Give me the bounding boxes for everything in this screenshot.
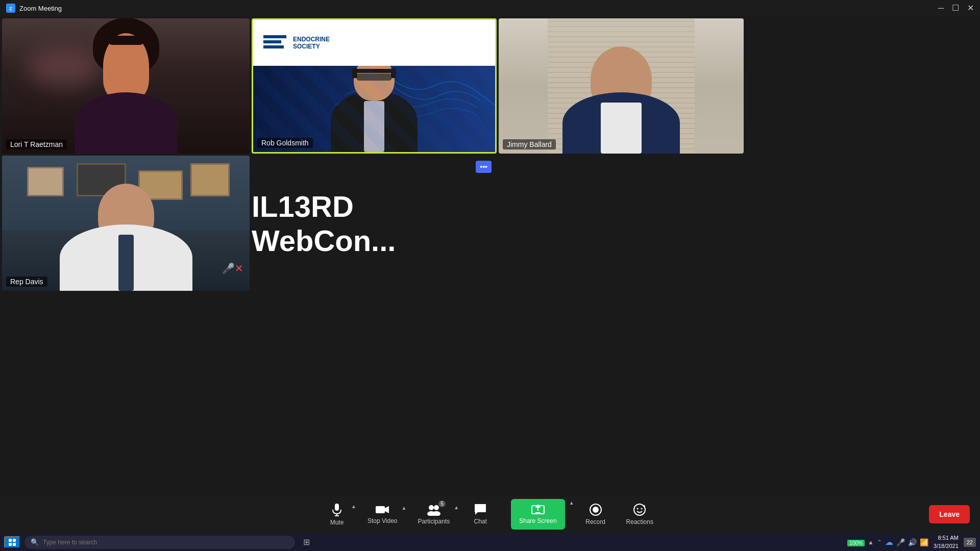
- participant-name-lori: Lori T Raetzman: [6, 139, 67, 149]
- svg-point-24: [641, 508, 643, 509]
- svg-point-11: [429, 505, 434, 510]
- share-screen-arrow-icon: ▲: [569, 500, 574, 506]
- record-button[interactable]: Record: [575, 499, 616, 530]
- svg-rect-2: [263, 35, 286, 38]
- share-screen-inner: Share Screen: [511, 499, 565, 530]
- svg-rect-3: [263, 40, 281, 43]
- taskbar-search[interactable]: 🔍: [24, 536, 295, 549]
- video-cell-rep: 🎤✕ Rep Davis: [2, 156, 250, 291]
- system-tray-icons: 100% ▲ ⌃ ☁ 🎤 🔊 📶: [847, 537, 928, 547]
- svg-point-12: [434, 505, 439, 510]
- endocrine-logo-text: ENDOCRINE SOCIETY: [293, 36, 330, 50]
- webcon-title: IL13RD WebCon...: [252, 189, 497, 258]
- webcon-panel: IL13RD WebCon... •••: [252, 156, 497, 291]
- windows-logo-icon: [9, 539, 16, 546]
- clock: 8:51 AM 3/18/2021: [934, 534, 959, 550]
- endocrine-logo: ENDOCRINE SOCIETY: [263, 33, 330, 53]
- battery-icon: 100%: [847, 538, 865, 546]
- taskbar-right: 100% ▲ ⌃ ☁ 🎤 🔊 📶 8:51 AM 3/18/2021 22: [847, 534, 976, 550]
- endocrine-header: ENDOCRINE SOCIETY: [253, 20, 495, 66]
- video-cell-jimmy: Jimmy Ballard: [499, 18, 744, 154]
- taskbar: 🔍 ⊞ 100% ▲ ⌃ ☁ 🎤 🔊 📶 8:51 AM 3/18/2021 2…: [0, 533, 980, 551]
- chat-icon: [474, 504, 487, 516]
- stop-video-arrow-icon: ▲: [402, 505, 407, 511]
- stop-video-label: Stop Video: [368, 517, 398, 524]
- notification-count[interactable]: 22: [964, 538, 976, 547]
- network-up-icon: ▲: [868, 539, 874, 546]
- expand-tray-icon: ⌃: [877, 539, 882, 546]
- video-grid: Lori T Raetzman ENDOCRINE SOCIETY: [0, 16, 980, 495]
- share-screen-icon: [531, 504, 545, 515]
- participants-arrow-icon: ▲: [454, 505, 459, 510]
- microphone-icon: [331, 503, 342, 517]
- svg-rect-4: [263, 45, 284, 48]
- chat-button[interactable]: Chat: [460, 499, 501, 529]
- wifi-icon: 📶: [920, 538, 928, 546]
- participants-button[interactable]: 5 Participants ▲: [408, 499, 460, 529]
- mute-label: Mute: [330, 519, 344, 526]
- search-icon: 🔍: [31, 538, 39, 546]
- more-options-button[interactable]: •••: [476, 161, 492, 173]
- toolbar: Mute ▲ Stop Video ▲ 5 Particip: [0, 495, 980, 533]
- svg-rect-9: [376, 506, 385, 513]
- record-icon: [589, 503, 602, 516]
- mute-button[interactable]: Mute ▲: [316, 498, 357, 530]
- leave-button[interactable]: Leave: [929, 505, 970, 523]
- app-title: Zoom Meeting: [19, 5, 62, 12]
- task-view-button[interactable]: ⊞: [303, 537, 310, 547]
- reactions-label: Reactions: [626, 518, 653, 525]
- svg-point-23: [637, 508, 639, 509]
- time-display: 8:51 AM: [934, 534, 959, 542]
- svg-marker-10: [385, 506, 389, 513]
- video-cell-lori: Lori T Raetzman: [2, 18, 250, 154]
- share-screen-label: Share Screen: [519, 517, 556, 524]
- endocrine-logo-icon: [263, 33, 289, 53]
- record-label: Record: [585, 518, 605, 525]
- participants-count-badge: 5: [438, 500, 446, 507]
- speaker-icon: 🔊: [908, 538, 917, 546]
- title-bar: Z Zoom Meeting ─ ☐ ✕: [0, 0, 980, 16]
- share-screen-button[interactable]: Share Screen ▲: [501, 495, 575, 534]
- zoom-logo-icon: Z: [6, 4, 15, 13]
- reactions-button[interactable]: Reactions: [616, 499, 664, 530]
- microphone-tray-icon: 🎤: [896, 538, 905, 546]
- title-bar-controls: ─ ☐ ✕: [938, 4, 974, 12]
- participant-name-rob: Rob Goldsmith: [257, 138, 313, 148]
- cloud-icon: ☁: [885, 537, 893, 547]
- video-cell-rob: ENDOCRINE SOCIETY: [252, 18, 497, 154]
- participants-label: Participants: [418, 518, 450, 525]
- mute-icon: 🎤✕: [222, 262, 243, 274]
- start-button[interactable]: [4, 536, 20, 548]
- close-button[interactable]: ✕: [967, 4, 974, 12]
- search-input[interactable]: [43, 539, 289, 546]
- svg-point-21: [593, 507, 599, 513]
- stop-video-button[interactable]: Stop Video ▲: [357, 500, 408, 529]
- battery-percentage: 100%: [847, 540, 865, 546]
- title-bar-left: Z Zoom Meeting: [6, 4, 62, 13]
- maximize-button[interactable]: ☐: [952, 4, 959, 12]
- camera-icon: [375, 504, 389, 515]
- svg-rect-6: [335, 504, 339, 511]
- mute-arrow-icon: ▲: [351, 504, 356, 509]
- participant-name-rep: Rep Davis: [6, 277, 47, 287]
- participant-name-jimmy: Jimmy Ballard: [503, 139, 556, 149]
- chat-label: Chat: [474, 518, 487, 525]
- minimize-button[interactable]: ─: [938, 4, 944, 12]
- date-display: 3/18/2021: [934, 542, 959, 550]
- reactions-icon: [633, 503, 646, 516]
- svg-text:Z: Z: [9, 6, 12, 11]
